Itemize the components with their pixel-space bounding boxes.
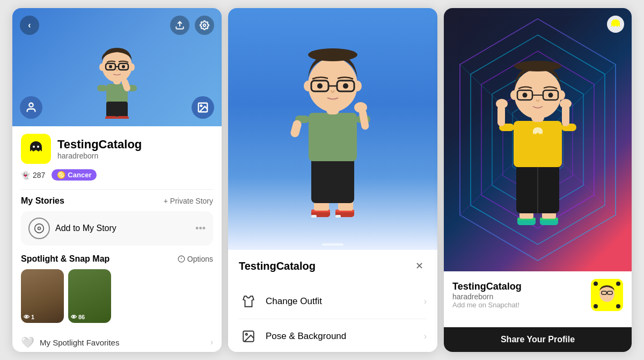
svg-point-25	[33, 146, 35, 148]
spotlight-title: Spotlight & Snap Map	[21, 254, 109, 264]
snap-score-icon: 👻	[21, 171, 30, 179]
profile-header: ‹	[12, 8, 222, 126]
svg-point-19	[109, 65, 112, 68]
thumbnail-views-2: 👁 86	[71, 314, 85, 320]
add-story-row[interactable]: Add to My Story •••	[21, 211, 213, 246]
svg-point-88	[514, 61, 561, 71]
snap-score-display: 👻 287	[21, 171, 45, 179]
favorites-left: 🤍 My Spotlight Favorites	[21, 336, 119, 349]
upload-button[interactable]	[170, 16, 189, 35]
avatar-menu-title-row: TestingCatalog ✕	[239, 258, 427, 273]
svg-rect-3	[97, 85, 107, 91]
profile-name-block: TestingCatalog haradreborn	[57, 138, 142, 160]
svg-rect-40	[311, 156, 354, 203]
settings-button[interactable]	[195, 16, 214, 35]
share-snapcode	[591, 279, 623, 311]
svg-point-94	[523, 93, 528, 98]
heart-icon: 🤍	[21, 336, 34, 349]
share-profile-avatar	[479, 38, 597, 242]
add-me-text: Add me on Snapchat!	[452, 301, 591, 309]
svg-point-49	[308, 48, 357, 61]
svg-point-46	[354, 102, 367, 113]
change-outfit-arrow: ›	[424, 297, 427, 306]
share-username: haradreborn	[452, 292, 591, 301]
share-profile-text: TestingCatalog haradreborn Add me on Sna…	[452, 281, 591, 309]
eye-icon: 👁	[24, 314, 30, 320]
snapcode-thumbnail	[21, 134, 51, 164]
add-story-left: Add to My Story	[28, 218, 116, 239]
profile-divider	[21, 189, 213, 190]
edit-avatar-button[interactable]	[20, 96, 42, 119]
svg-rect-10	[105, 116, 117, 119]
spotlight-thumbnail-1[interactable]: 👁 1	[21, 269, 64, 323]
share-profile-bar[interactable]: Share Your Profile	[444, 327, 632, 352]
more-options-button[interactable]: •••	[195, 223, 206, 234]
zodiac-label: Cancer	[68, 171, 91, 179]
svg-point-21	[29, 103, 33, 107]
snapcode-icon	[24, 137, 48, 161]
gallery-button[interactable]	[192, 96, 214, 119]
favorites-label: My Spotlight Favorites	[40, 338, 119, 347]
snap-score-value: 287	[33, 171, 45, 179]
bitmoji-svg	[82, 33, 152, 119]
username-handle: haradreborn	[57, 152, 142, 160]
svg-rect-43	[290, 119, 303, 138]
change-outfit-item[interactable]: Change Outfit ›	[239, 284, 427, 319]
favorites-arrow: ›	[210, 337, 213, 347]
svg-point-20	[122, 65, 125, 68]
svg-point-95	[548, 93, 553, 98]
svg-point-87	[514, 69, 561, 119]
profile-avatar	[82, 33, 152, 121]
snapchat-ghost-icon	[607, 16, 624, 33]
thumbnail-views-1: 👁 1	[24, 314, 34, 320]
change-outfit-label: Change Outfit	[266, 296, 322, 307]
svg-point-55	[317, 83, 323, 89]
svg-point-85	[496, 99, 508, 109]
avatar-preview-background	[228, 8, 437, 250]
svg-rect-34	[311, 215, 317, 218]
share-profile-label: Share Your Profile	[501, 335, 575, 344]
change-outfit-left: Change Outfit	[239, 292, 322, 311]
share-avatar-background	[444, 8, 632, 271]
spotlight-thumbnail-2[interactable]: 👁 86	[68, 269, 111, 323]
profile-stats-row: 👻 287 ♋ Cancer	[21, 169, 213, 181]
svg-point-56	[343, 83, 348, 89]
zodiac-badge: ♋ Cancer	[52, 169, 97, 181]
display-name: TestingCatalog	[57, 138, 142, 152]
options-label: Options	[187, 255, 213, 263]
panel-avatar-menu: TestingCatalog ✕ Change Outfit ›	[228, 8, 437, 352]
share-profile-info-row: TestingCatalog haradreborn Add me on Sna…	[452, 279, 623, 311]
full-body-avatar	[279, 27, 386, 231]
scroll-indicator	[322, 243, 343, 246]
svg-point-23	[200, 105, 202, 106]
svg-point-26	[37, 146, 39, 148]
options-button[interactable]: Options	[178, 255, 213, 263]
eye-icon-2: 👁	[71, 314, 77, 320]
my-stories-title: My Stories	[21, 196, 64, 206]
svg-rect-37	[335, 215, 341, 218]
close-button[interactable]: ✕	[412, 258, 427, 273]
avatar-menu-bottom: TestingCatalog ✕ Change Outfit ›	[228, 250, 437, 352]
svg-point-15	[129, 63, 135, 71]
private-story-button[interactable]: + Private Story	[164, 197, 213, 205]
svg-point-103	[594, 304, 598, 308]
svg-point-27	[35, 224, 44, 233]
svg-point-58	[246, 334, 247, 335]
story-camera-icon	[28, 218, 50, 239]
snapchat-logo	[607, 16, 624, 33]
share-display-name: TestingCatalog	[452, 281, 591, 292]
back-button[interactable]: ‹	[20, 16, 39, 35]
pose-background-label: Pose & Background	[266, 331, 346, 342]
header-right-actions	[170, 16, 214, 35]
outfit-icon	[239, 292, 258, 311]
svg-point-14	[99, 63, 105, 71]
svg-point-104	[616, 304, 620, 308]
full-bitmoji-svg	[279, 27, 386, 231]
spotlight-favorites-row[interactable]: 🤍 My Spotlight Favorites ›	[21, 330, 213, 352]
panel-share-profile: TestingCatalog haradreborn Add me on Sna…	[444, 8, 632, 352]
pose-background-item[interactable]: Pose & Background ›	[239, 319, 427, 352]
svg-point-1	[203, 24, 206, 27]
panel-profile: ‹	[12, 8, 222, 352]
svg-point-84	[560, 99, 572, 109]
zodiac-symbol: ♋	[57, 171, 65, 179]
